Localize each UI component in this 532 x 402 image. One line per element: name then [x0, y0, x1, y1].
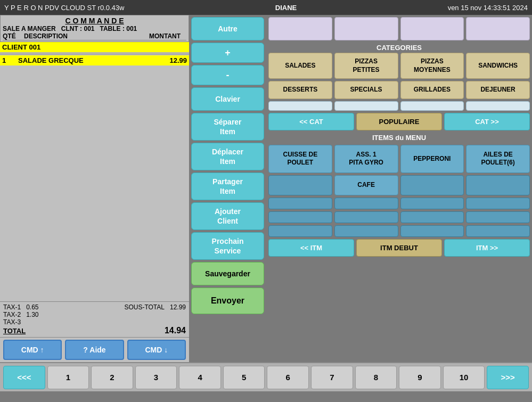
nav-btn-5[interactable]: 5: [223, 366, 265, 389]
menu-cuisse-poulet[interactable]: CUISSE DE POULET: [268, 145, 332, 173]
clavier-button[interactable]: Clavier: [191, 87, 264, 111]
menu-blank12[interactable]: [268, 225, 332, 237]
partager-button[interactable]: Partager Item: [191, 173, 264, 200]
cat-blank4[interactable]: [466, 101, 530, 111]
envoyer-button[interactable]: Envoyer: [191, 288, 264, 314]
blank-btn-2[interactable]: [334, 17, 398, 40]
menu-section: ITEMS du MENU CUISSE DE POULET ASS. 1 PI…: [268, 133, 530, 360]
menu-blank14[interactable]: [400, 225, 464, 237]
sale-type: SALE A MANGER: [3, 25, 56, 32]
itm-debut-button[interactable]: ITM DEBUT: [356, 239, 442, 257]
menu-blank7[interactable]: [466, 198, 530, 209]
menu-label: ITEMS du MENU: [268, 133, 530, 143]
nav-btn-4[interactable]: 4: [179, 366, 221, 389]
user-name: DIANE: [275, 4, 297, 12]
help-button[interactable]: ? Aide: [65, 340, 124, 360]
cat-nav-row: << CAT POPULAIRE CAT >>: [268, 113, 530, 130]
tax1-label: TAX-1: [3, 303, 21, 311]
ajouter-button[interactable]: Ajouter Client: [191, 202, 264, 230]
menu-blank6[interactable]: [400, 198, 464, 209]
menu-blank5[interactable]: [334, 198, 398, 209]
nav-btn-7[interactable]: 7: [311, 366, 353, 389]
sous-total-label: SOUS-TOTAL: [124, 303, 165, 311]
cat-blank1[interactable]: [268, 101, 332, 111]
cat-specials[interactable]: SPECIALS: [334, 81, 398, 99]
menu-blank4[interactable]: [268, 198, 332, 209]
cat-blank3[interactable]: [400, 101, 464, 111]
nav-next-button[interactable]: >>>: [487, 366, 529, 389]
cat-salades[interactable]: SALADES: [268, 53, 332, 79]
total-row: TOTAL 14.94: [3, 326, 186, 335]
nav-btn-1[interactable]: 1: [47, 366, 89, 389]
total-amount: 14.94: [165, 326, 186, 335]
bottom-nav: <<< 1 2 3 4 5 6 7 8 9 10 >>>: [0, 362, 532, 391]
nav-btn-3[interactable]: 3: [135, 366, 177, 389]
blank-btn-4[interactable]: [466, 17, 530, 40]
top-blank-row: [268, 17, 530, 40]
cat-pizzas-petites[interactable]: PIZZAS PETITES: [334, 53, 398, 79]
categories-label: CATEGORIES: [268, 43, 530, 53]
nav-btn-10[interactable]: 10: [443, 366, 485, 389]
item-amount: 12.99: [150, 56, 187, 64]
menu-ass-pita[interactable]: ASS. 1 PITA GYRO: [334, 145, 398, 173]
cat-dejeuner[interactable]: DEJEUNER: [466, 81, 530, 99]
datetime: ven 15 nov 14:33:51 2024: [448, 4, 528, 12]
order-columns: QTÉ DESCRIPTION MONTANT: [3, 32, 186, 40]
tax-row-3: TAX-3: [3, 318, 186, 326]
cat-next-button[interactable]: CAT >>: [444, 113, 530, 130]
tax1-val: 0.65: [26, 303, 38, 311]
menu-blank2[interactable]: [400, 175, 464, 195]
client-label: CLNT : 001: [61, 25, 95, 32]
tax-area: TAX-1 0.65 SOUS-TOTAL 12.99 TAX-2 1.30 T…: [0, 301, 189, 337]
prochain-button[interactable]: Prochain Service: [191, 232, 264, 260]
blank-btn-3[interactable]: [400, 17, 464, 40]
nav-btn-8[interactable]: 8: [355, 366, 397, 389]
cat-blank2[interactable]: [334, 101, 398, 111]
menu-cafe[interactable]: CAFE: [334, 175, 398, 195]
tax3-label: TAX-3: [3, 318, 21, 326]
menu-ailes-poulet[interactable]: AILES DE POULET(6): [466, 145, 530, 173]
itm-prev-button[interactable]: << ITM: [268, 239, 354, 257]
itm-nav-row: << ITM ITM DEBUT ITM >>: [268, 239, 530, 257]
menu-blank10[interactable]: [400, 211, 464, 223]
order-body: CLIENT 001 1 SALADE GRECQUE 12.99: [0, 42, 189, 301]
cat-grillades[interactable]: GRILLADES: [400, 81, 464, 99]
cat-desserts[interactable]: DESSERTS: [268, 81, 332, 99]
menu-blank15[interactable]: [466, 225, 530, 237]
sauvegarder-button[interactable]: Sauvegarder: [191, 262, 264, 285]
menu-pepperoni[interactable]: PEPPERONI: [400, 145, 464, 173]
blank-btn-1[interactable]: [268, 17, 332, 40]
menu-blank3[interactable]: [466, 175, 530, 195]
tax-row-2: TAX-2 1.30: [3, 311, 186, 318]
table-row[interactable]: 1 SALADE GRECQUE 12.99: [0, 55, 189, 65]
minus-button[interactable]: -: [191, 65, 264, 85]
cat-popular-button[interactable]: POPULAIRE: [356, 113, 442, 130]
menu-blank13[interactable]: [334, 225, 398, 237]
menu-blank8[interactable]: [268, 211, 332, 223]
nav-btn-2[interactable]: 2: [91, 366, 133, 389]
categories-section: CATEGORIES SALADES PIZZAS PETITES PIZZAS…: [268, 43, 530, 130]
separer-button[interactable]: Séparer Item: [191, 113, 264, 141]
tax-row-1: TAX-1 0.65 SOUS-TOTAL 12.99: [3, 303, 186, 311]
tax2-label: TAX-2: [3, 311, 21, 318]
nav-btn-6[interactable]: 6: [267, 366, 309, 389]
tax2-val: 1.30: [26, 311, 38, 318]
cat-sandwichs[interactable]: SANDWICHS: [466, 53, 530, 79]
order-title: C O M M A N D E: [3, 17, 186, 25]
plus-button[interactable]: +: [191, 43, 264, 63]
menu-blank11[interactable]: [466, 211, 530, 223]
nav-prev-button[interactable]: <<<: [3, 366, 45, 389]
cat-prev-button[interactable]: << CAT: [268, 113, 354, 130]
menu-blank9[interactable]: [334, 211, 398, 223]
center-panel: Autre + - Clavier Séparer Item Déplacer …: [189, 15, 266, 362]
cat-pizzas-moyennes[interactable]: PIZZAS MOYENNES: [400, 53, 464, 79]
top-bar: Y P E R O N PDV CLOUD ST r0.0.43w DIANE …: [0, 0, 532, 15]
menu-blank1[interactable]: [268, 175, 332, 195]
itm-next-button[interactable]: ITM >>: [444, 239, 530, 257]
autre-button[interactable]: Autre: [191, 17, 264, 40]
app-info: Y P E R O N PDV CLOUD ST r0.0.43w: [4, 4, 124, 12]
cmd-up-button[interactable]: CMD ↑: [3, 340, 62, 360]
cmd-down-button[interactable]: CMD ↓: [127, 340, 186, 360]
nav-btn-9[interactable]: 9: [399, 366, 441, 389]
deplacer-button[interactable]: Déplacer Item: [191, 143, 264, 170]
